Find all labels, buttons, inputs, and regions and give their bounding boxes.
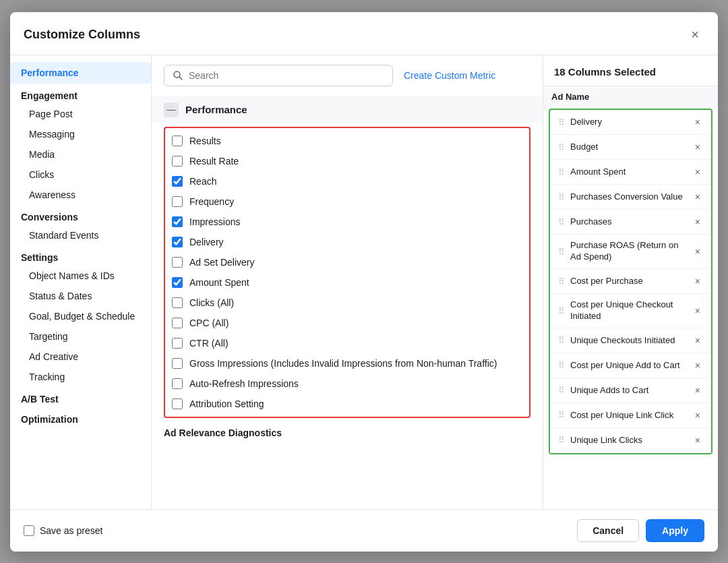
sidebar-item-goal-budget[interactable]: Goal, Budget & Schedule — [10, 306, 151, 326]
selected-item-budget: ⠿ Budget × — [550, 135, 711, 160]
checkbox-ad-set-delivery-label[interactable]: Ad Set Delivery — [189, 257, 254, 268]
checkbox-delivery-label[interactable]: Delivery — [189, 237, 224, 247]
checkbox-gross-impressions-label[interactable]: Gross Impressions (Includes Invalid Impr… — [189, 358, 497, 369]
middle-panel: Create Custom Metric — Performance Resul… — [152, 55, 543, 509]
remove-delivery-button[interactable]: × — [692, 115, 703, 129]
checkbox-amount-spent: Amount Spent — [165, 272, 529, 293]
sidebar-item-awareness[interactable]: Awareness — [10, 185, 151, 205]
drag-handle-icon[interactable]: ⠿ — [558, 276, 565, 287]
apply-button[interactable]: Apply — [646, 519, 704, 542]
drag-handle-icon[interactable]: ⠿ — [558, 335, 565, 345]
drag-handle-icon[interactable]: ⠿ — [558, 247, 565, 257]
drag-handle-icon[interactable]: ⠿ — [558, 117, 565, 127]
checkbox-attribution-setting-label[interactable]: Attribution Setting — [189, 398, 264, 409]
selected-item-purchases-conversion-value: ⠿ Purchases Conversion Value × — [550, 185, 711, 210]
remove-cost-per-unique-checkout-button[interactable]: × — [692, 304, 703, 318]
sidebar-item-clicks[interactable]: Clicks — [10, 165, 151, 185]
checkbox-clicks-all-label[interactable]: Clicks (All) — [189, 297, 234, 308]
modal-footer: Save as preset Cancel Apply — [10, 509, 718, 552]
save-preset-label[interactable]: Save as preset — [40, 525, 102, 536]
sidebar-item-page-post[interactable]: Page Post — [10, 104, 151, 124]
drag-handle-icon[interactable]: ⠿ — [558, 142, 565, 152]
sidebar-item-ad-creative[interactable]: Ad Creative — [10, 347, 151, 367]
drag-handle-icon[interactable]: ⠿ — [558, 306, 565, 316]
remove-purchases-conversion-value-button[interactable]: × — [692, 190, 703, 204]
green-border-group: ⠿ Delivery × ⠿ Budget × ⠿ Amount Spent × — [549, 109, 712, 454]
checkbox-auto-refresh-label[interactable]: Auto-Refresh Impressions — [189, 378, 299, 389]
checkbox-delivery: Delivery — [165, 232, 529, 252]
sidebar-item-performance[interactable]: Performance — [10, 62, 151, 84]
checkbox-auto-refresh-input[interactable] — [172, 378, 183, 389]
checkbox-results-label[interactable]: Results — [189, 136, 221, 146]
selected-item-delivery: ⠿ Delivery × — [550, 110, 711, 135]
drag-handle-icon[interactable]: ⠿ — [558, 217, 565, 227]
checkbox-auto-refresh: Auto-Refresh Impressions — [165, 374, 529, 394]
checkbox-result-rate-label[interactable]: Result Rate — [189, 156, 239, 167]
selected-item-purchases-label: Purchases — [570, 216, 687, 228]
checkbox-results-input[interactable] — [172, 136, 183, 146]
checkbox-clicks-all-input[interactable] — [172, 297, 183, 308]
checkbox-ctr-all: CTR (All) — [165, 333, 529, 353]
save-preset-checkbox[interactable] — [24, 525, 34, 536]
checkbox-frequency-label[interactable]: Frequency — [189, 196, 234, 207]
remove-unique-link-clicks-button[interactable]: × — [692, 434, 703, 447]
checkbox-amount-spent-label[interactable]: Amount Spent — [189, 277, 249, 288]
checkbox-ctr-all-label[interactable]: CTR (All) — [189, 338, 229, 349]
drag-handle-icon[interactable]: ⠿ — [558, 410, 565, 420]
section-collapse-button[interactable]: — — [164, 102, 179, 117]
checkbox-delivery-input[interactable] — [172, 237, 183, 247]
remove-budget-button[interactable]: × — [692, 140, 703, 154]
drag-handle-icon[interactable]: ⠿ — [558, 167, 565, 177]
checkbox-result-rate-input[interactable] — [172, 156, 183, 167]
checkbox-impressions-input[interactable] — [172, 216, 183, 227]
checkbox-frequency-input[interactable] — [172, 196, 183, 207]
drag-handle-icon[interactable]: ⠿ — [558, 192, 565, 202]
selected-item-unique-checkouts: ⠿ Unique Checkouts Initiated × — [550, 328, 711, 353]
selected-item-purchases: ⠿ Purchases × — [550, 210, 711, 235]
sidebar-item-status-dates[interactable]: Status & Dates — [10, 286, 151, 306]
checkbox-attribution-setting-input[interactable] — [172, 398, 183, 409]
selected-item-budget-label: Budget — [570, 142, 687, 153]
footer-buttons: Cancel Apply — [577, 519, 704, 542]
remove-cost-per-purchase-button[interactable]: × — [692, 274, 703, 288]
checkbox-reach-input[interactable] — [172, 176, 183, 187]
checkbox-amount-spent-input[interactable] — [172, 277, 183, 288]
remove-amount-spent-button[interactable]: × — [692, 165, 703, 179]
cancel-button[interactable]: Cancel — [577, 519, 639, 542]
sidebar-item-standard-events[interactable]: Standard Events — [10, 225, 151, 245]
remove-cost-unique-add-to-cart-button[interactable]: × — [692, 359, 703, 372]
checkbox-ad-set-delivery-input[interactable] — [172, 257, 183, 268]
checkbox-cpc-all-label[interactable]: CPC (All) — [189, 318, 229, 328]
checkbox-cpc-all-input[interactable] — [172, 318, 183, 328]
checkbox-ctr-all-input[interactable] — [172, 338, 183, 349]
remove-cost-per-unique-link-click-button[interactable]: × — [692, 409, 703, 422]
selected-item-purchase-roas-label: Purchase ROAS (Return on Ad Spend) — [570, 240, 687, 263]
sidebar-item-messaging[interactable]: Messaging — [10, 124, 151, 144]
remove-purchase-roas-button[interactable]: × — [692, 245, 703, 258]
drag-handle-icon[interactable]: ⠿ — [558, 435, 565, 445]
sidebar-item-tracking[interactable]: Tracking — [10, 367, 151, 387]
checkbox-gross-impressions-input[interactable] — [172, 358, 183, 369]
selected-columns-list: Ad Name ⠿ Delivery × ⠿ Budget × ⠿ — [543, 86, 718, 509]
remove-purchases-button[interactable]: × — [692, 215, 703, 229]
remove-unique-checkouts-button[interactable]: × — [692, 334, 703, 347]
selected-item-purchases-conversion-value-label: Purchases Conversion Value — [570, 191, 687, 203]
sidebar-item-media[interactable]: Media — [10, 144, 151, 165]
sidebar-group-optimization: Optimization — [10, 407, 151, 427]
sidebar-item-targeting[interactable]: Targeting — [10, 326, 151, 347]
sidebar: Performance Engagement Page Post Messagi… — [10, 55, 152, 509]
sidebar-group-settings: Settings — [10, 245, 151, 266]
checkbox-gross-impressions: Gross Impressions (Includes Invalid Impr… — [165, 353, 529, 374]
create-custom-metric-link[interactable]: Create Custom Metric — [404, 70, 495, 81]
checkbox-impressions: Impressions — [165, 212, 529, 232]
selected-item-cost-per-unique-link-click-label: Cost per Unique Link Click — [570, 410, 687, 421]
checkbox-impressions-label[interactable]: Impressions — [189, 216, 240, 227]
search-input[interactable] — [189, 70, 384, 81]
drag-handle-icon[interactable]: ⠿ — [558, 360, 565, 370]
sidebar-group-ab-test: A/B Test — [10, 387, 151, 407]
drag-handle-icon[interactable]: ⠿ — [558, 385, 565, 395]
checkbox-reach-label[interactable]: Reach — [189, 176, 216, 187]
close-button[interactable]: × — [686, 24, 704, 45]
sidebar-item-object-names[interactable]: Object Names & IDs — [10, 266, 151, 286]
remove-unique-adds-to-cart-button[interactable]: × — [692, 384, 703, 397]
